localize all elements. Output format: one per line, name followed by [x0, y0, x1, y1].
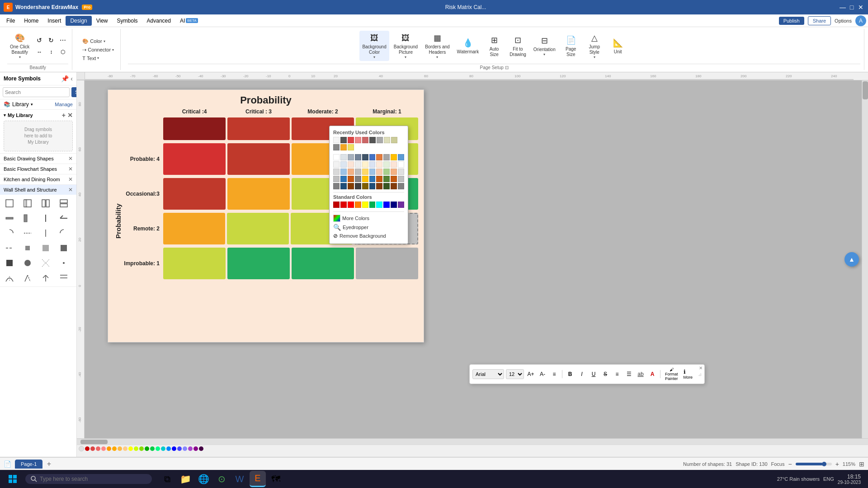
std-5[interactable]	[362, 202, 368, 208]
fullscreen-button[interactable]: ⊞	[859, 460, 864, 468]
p-r4-9[interactable]	[391, 183, 397, 189]
recent-color-11[interactable]	[340, 144, 347, 150]
p-r4-2[interactable]	[340, 183, 347, 189]
shape-wall-2[interactable]	[21, 197, 34, 210]
palette-gray4[interactable]	[362, 154, 368, 160]
flip-v-button[interactable]: ↕	[46, 47, 57, 57]
rotate-left-button[interactable]: ↺	[34, 35, 45, 46]
shape-wall-17[interactable]	[3, 256, 16, 270]
background-color-button[interactable]: 🖼 Background Color ▾	[359, 31, 389, 61]
menu-symbols[interactable]: Symbols	[113, 16, 142, 26]
palette-gray1[interactable]	[340, 154, 347, 160]
palette-gray3[interactable]	[355, 154, 361, 160]
palette-blue1[interactable]	[369, 154, 376, 160]
shape-wall-16[interactable]	[57, 241, 71, 255]
p-r1-2[interactable]	[340, 161, 347, 168]
basic-flowchart-close[interactable]: ✕	[68, 166, 73, 172]
p-r4-7[interactable]	[376, 183, 382, 189]
color-dot-5[interactable]	[107, 446, 111, 451]
popup-resize-handle[interactable]: ⊿	[698, 372, 702, 377]
std-2[interactable]	[340, 202, 347, 208]
color-dot-3[interactable]	[96, 446, 100, 451]
auto-size-button[interactable]: ⊞ Auto Size	[483, 33, 505, 59]
text-format-button[interactable]: T Text ▾	[80, 55, 102, 62]
color-dot-21[interactable]	[193, 446, 198, 451]
page-setup-expand[interactable]: ⊡	[505, 65, 509, 70]
color-dot-8[interactable]	[123, 446, 127, 451]
text-color-button[interactable]: A	[647, 369, 657, 379]
color-dot-10[interactable]	[134, 446, 138, 451]
p-r1-3[interactable]	[348, 161, 354, 168]
taskbar-maps[interactable]: 🗺	[268, 471, 284, 487]
shape-wall-7[interactable]	[39, 211, 52, 225]
p-r3-1[interactable]	[333, 176, 340, 182]
color-dot-6[interactable]	[112, 446, 117, 451]
recent-color-1[interactable]	[333, 137, 340, 143]
close-button[interactable]: ✕	[857, 4, 864, 10]
zoom-in-button[interactable]: +	[835, 460, 839, 468]
palette-gray2[interactable]	[348, 154, 354, 160]
flip-h-button[interactable]: ↔	[34, 47, 45, 57]
basic-flowchart-header[interactable]: Basic Flowchart Shapes ✕	[0, 164, 76, 174]
cell-top-1[interactable]	[163, 117, 226, 140]
color-dot-9[interactable]	[128, 446, 133, 451]
cell-o3-1[interactable]	[163, 178, 226, 210]
taskbar-edge[interactable]: 🌐	[195, 471, 212, 487]
menu-advanced[interactable]: Advanced	[142, 16, 175, 26]
options-button[interactable]: Options	[835, 18, 852, 23]
orientation-button[interactable]: ⊟ Orientation ▾	[531, 33, 558, 58]
one-click-beautify-button[interactable]: 🎨 One ClickBeautify ▾	[7, 31, 32, 61]
std-4[interactable]	[355, 202, 361, 208]
color-dot-20[interactable]	[188, 446, 193, 451]
recent-color-10[interactable]	[333, 144, 340, 150]
color-dot-11[interactable]	[139, 446, 144, 451]
share-button[interactable]: Share	[808, 16, 831, 25]
unit-button[interactable]: 📐 Unit	[607, 36, 629, 56]
menu-ai[interactable]: AI BETA	[175, 16, 203, 26]
search-button[interactable]: Search	[71, 87, 77, 97]
bold-button[interactable]: B	[565, 369, 575, 379]
color-dot-12[interactable]	[145, 446, 149, 451]
p-r4-8[interactable]	[383, 183, 390, 189]
cell-p4-2[interactable]	[227, 143, 290, 175]
taskbar-word[interactable]: W	[231, 471, 248, 487]
p-r2-10[interactable]	[398, 169, 404, 175]
start-button[interactable]	[4, 470, 22, 488]
color-dot-15[interactable]	[161, 446, 165, 451]
color-dot-22[interactable]	[199, 446, 203, 451]
std-10[interactable]	[398, 202, 404, 208]
p-r3-2[interactable]	[340, 176, 347, 182]
p-r1-5[interactable]	[362, 161, 368, 168]
font-increase-button[interactable]: A+	[526, 369, 536, 379]
jump-style-button[interactable]: △ Jump Style ▾	[584, 31, 605, 61]
p-r1-9[interactable]	[391, 161, 397, 168]
p-r2-5[interactable]	[362, 169, 368, 175]
shape-wall-11[interactable]	[39, 226, 52, 240]
p-r4-3[interactable]	[348, 183, 354, 189]
std-3[interactable]	[348, 202, 354, 208]
taskbar-task-view[interactable]: ⧉	[159, 471, 175, 487]
cell-i1-2[interactable]	[227, 248, 290, 279]
shape-wall-10[interactable]	[21, 226, 34, 240]
align-button[interactable]: ≡	[549, 369, 559, 379]
p-r2-3[interactable]	[348, 169, 354, 175]
palette-blue3[interactable]	[383, 154, 390, 160]
p-r2-4[interactable]	[355, 169, 361, 175]
cell-i1-1[interactable]	[163, 248, 226, 279]
my-library-options-button[interactable]: ✕	[67, 112, 73, 119]
background-picture-button[interactable]: 🖼 Background Picture ▾	[391, 31, 420, 61]
font-size-select[interactable]: 12	[506, 369, 524, 379]
color-dot-1[interactable]	[85, 446, 90, 451]
menu-file[interactable]: File	[2, 16, 19, 26]
cell-i1-4[interactable]	[356, 248, 418, 279]
p-r3-4[interactable]	[355, 176, 361, 182]
p-r1-4[interactable]	[355, 161, 361, 168]
eyedropper-row[interactable]: 🔍 Eyedropper	[333, 223, 404, 232]
search-input[interactable]	[3, 87, 70, 97]
more-colors-row[interactable]: More Colors	[333, 214, 404, 223]
p-r2-1[interactable]	[333, 169, 340, 175]
recent-color-2[interactable]	[340, 137, 347, 143]
menu-view[interactable]: View	[92, 16, 113, 26]
unordered-list-button[interactable]: ☰	[624, 369, 634, 379]
p-r2-9[interactable]	[391, 169, 397, 175]
